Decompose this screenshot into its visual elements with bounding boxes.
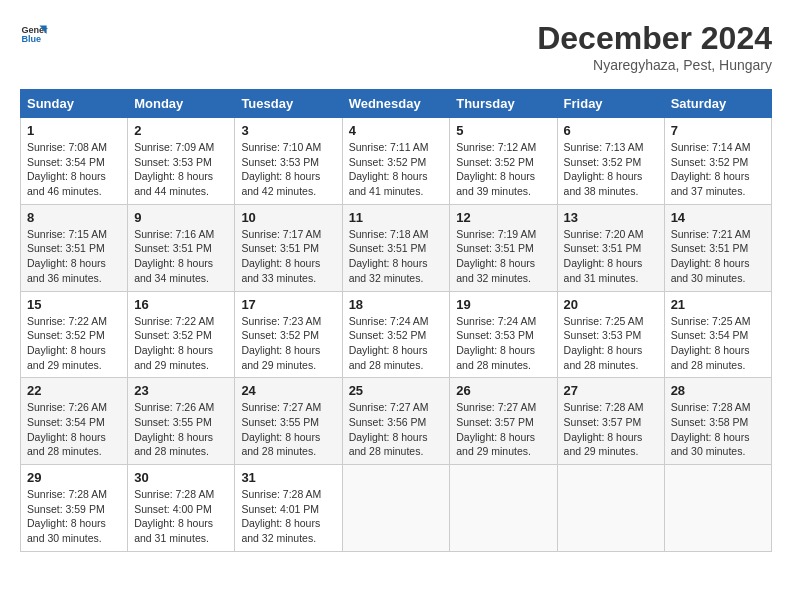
day-info: Sunrise: 7:26 AM Sunset: 3:54 PM Dayligh…	[27, 400, 121, 459]
weekday-friday: Friday	[557, 90, 664, 118]
day-info: Sunrise: 7:15 AM Sunset: 3:51 PM Dayligh…	[27, 227, 121, 286]
calendar-cell	[450, 465, 557, 552]
calendar-cell: 22Sunrise: 7:26 AM Sunset: 3:54 PM Dayli…	[21, 378, 128, 465]
calendar-week-2: 8Sunrise: 7:15 AM Sunset: 3:51 PM Daylig…	[21, 204, 772, 291]
day-number: 23	[134, 383, 228, 398]
calendar-week-3: 15Sunrise: 7:22 AM Sunset: 3:52 PM Dayli…	[21, 291, 772, 378]
calendar-week-5: 29Sunrise: 7:28 AM Sunset: 3:59 PM Dayli…	[21, 465, 772, 552]
day-info: Sunrise: 7:11 AM Sunset: 3:52 PM Dayligh…	[349, 140, 444, 199]
day-number: 28	[671, 383, 765, 398]
calendar-cell: 18Sunrise: 7:24 AM Sunset: 3:52 PM Dayli…	[342, 291, 450, 378]
day-number: 13	[564, 210, 658, 225]
weekday-header-row: SundayMondayTuesdayWednesdayThursdayFrid…	[21, 90, 772, 118]
day-info: Sunrise: 7:24 AM Sunset: 3:52 PM Dayligh…	[349, 314, 444, 373]
calendar-cell: 21Sunrise: 7:25 AM Sunset: 3:54 PM Dayli…	[664, 291, 771, 378]
calendar-cell	[342, 465, 450, 552]
day-info: Sunrise: 7:22 AM Sunset: 3:52 PM Dayligh…	[27, 314, 121, 373]
day-number: 25	[349, 383, 444, 398]
day-number: 17	[241, 297, 335, 312]
calendar-cell: 11Sunrise: 7:18 AM Sunset: 3:51 PM Dayli…	[342, 204, 450, 291]
calendar-cell: 10Sunrise: 7:17 AM Sunset: 3:51 PM Dayli…	[235, 204, 342, 291]
day-number: 18	[349, 297, 444, 312]
calendar-cell: 31Sunrise: 7:28 AM Sunset: 4:01 PM Dayli…	[235, 465, 342, 552]
day-number: 29	[27, 470, 121, 485]
logo: General Blue	[20, 20, 48, 48]
day-number: 7	[671, 123, 765, 138]
day-info: Sunrise: 7:22 AM Sunset: 3:52 PM Dayligh…	[134, 314, 228, 373]
month-title: December 2024	[537, 20, 772, 57]
weekday-thursday: Thursday	[450, 90, 557, 118]
day-number: 22	[27, 383, 121, 398]
day-number: 26	[456, 383, 550, 398]
page-header: General Blue December 2024 Nyaregyhaza, …	[20, 20, 772, 73]
calendar-cell: 2Sunrise: 7:09 AM Sunset: 3:53 PM Daylig…	[128, 118, 235, 205]
day-info: Sunrise: 7:28 AM Sunset: 3:59 PM Dayligh…	[27, 487, 121, 546]
day-info: Sunrise: 7:16 AM Sunset: 3:51 PM Dayligh…	[134, 227, 228, 286]
calendar-cell: 7Sunrise: 7:14 AM Sunset: 3:52 PM Daylig…	[664, 118, 771, 205]
calendar-cell: 5Sunrise: 7:12 AM Sunset: 3:52 PM Daylig…	[450, 118, 557, 205]
calendar-cell: 16Sunrise: 7:22 AM Sunset: 3:52 PM Dayli…	[128, 291, 235, 378]
calendar-cell	[664, 465, 771, 552]
day-number: 19	[456, 297, 550, 312]
day-number: 2	[134, 123, 228, 138]
day-info: Sunrise: 7:13 AM Sunset: 3:52 PM Dayligh…	[564, 140, 658, 199]
calendar-cell: 17Sunrise: 7:23 AM Sunset: 3:52 PM Dayli…	[235, 291, 342, 378]
calendar-cell: 6Sunrise: 7:13 AM Sunset: 3:52 PM Daylig…	[557, 118, 664, 205]
weekday-tuesday: Tuesday	[235, 90, 342, 118]
day-info: Sunrise: 7:12 AM Sunset: 3:52 PM Dayligh…	[456, 140, 550, 199]
day-number: 6	[564, 123, 658, 138]
day-info: Sunrise: 7:27 AM Sunset: 3:55 PM Dayligh…	[241, 400, 335, 459]
day-info: Sunrise: 7:27 AM Sunset: 3:57 PM Dayligh…	[456, 400, 550, 459]
day-info: Sunrise: 7:27 AM Sunset: 3:56 PM Dayligh…	[349, 400, 444, 459]
calendar-cell: 14Sunrise: 7:21 AM Sunset: 3:51 PM Dayli…	[664, 204, 771, 291]
calendar-cell: 29Sunrise: 7:28 AM Sunset: 3:59 PM Dayli…	[21, 465, 128, 552]
day-info: Sunrise: 7:28 AM Sunset: 4:01 PM Dayligh…	[241, 487, 335, 546]
day-info: Sunrise: 7:14 AM Sunset: 3:52 PM Dayligh…	[671, 140, 765, 199]
logo-icon: General Blue	[20, 20, 48, 48]
calendar-cell: 27Sunrise: 7:28 AM Sunset: 3:57 PM Dayli…	[557, 378, 664, 465]
calendar-cell: 12Sunrise: 7:19 AM Sunset: 3:51 PM Dayli…	[450, 204, 557, 291]
day-number: 8	[27, 210, 121, 225]
calendar-week-4: 22Sunrise: 7:26 AM Sunset: 3:54 PM Dayli…	[21, 378, 772, 465]
calendar-cell: 15Sunrise: 7:22 AM Sunset: 3:52 PM Dayli…	[21, 291, 128, 378]
day-info: Sunrise: 7:10 AM Sunset: 3:53 PM Dayligh…	[241, 140, 335, 199]
day-number: 3	[241, 123, 335, 138]
day-info: Sunrise: 7:20 AM Sunset: 3:51 PM Dayligh…	[564, 227, 658, 286]
calendar-cell: 1Sunrise: 7:08 AM Sunset: 3:54 PM Daylig…	[21, 118, 128, 205]
calendar-cell: 26Sunrise: 7:27 AM Sunset: 3:57 PM Dayli…	[450, 378, 557, 465]
calendar-cell: 20Sunrise: 7:25 AM Sunset: 3:53 PM Dayli…	[557, 291, 664, 378]
calendar-cell: 24Sunrise: 7:27 AM Sunset: 3:55 PM Dayli…	[235, 378, 342, 465]
day-info: Sunrise: 7:17 AM Sunset: 3:51 PM Dayligh…	[241, 227, 335, 286]
day-info: Sunrise: 7:25 AM Sunset: 3:53 PM Dayligh…	[564, 314, 658, 373]
weekday-saturday: Saturday	[664, 90, 771, 118]
day-number: 24	[241, 383, 335, 398]
calendar-cell: 13Sunrise: 7:20 AM Sunset: 3:51 PM Dayli…	[557, 204, 664, 291]
day-info: Sunrise: 7:26 AM Sunset: 3:55 PM Dayligh…	[134, 400, 228, 459]
day-info: Sunrise: 7:24 AM Sunset: 3:53 PM Dayligh…	[456, 314, 550, 373]
calendar-cell: 8Sunrise: 7:15 AM Sunset: 3:51 PM Daylig…	[21, 204, 128, 291]
day-number: 9	[134, 210, 228, 225]
day-number: 14	[671, 210, 765, 225]
day-number: 1	[27, 123, 121, 138]
day-info: Sunrise: 7:28 AM Sunset: 3:58 PM Dayligh…	[671, 400, 765, 459]
svg-text:Blue: Blue	[21, 34, 41, 44]
calendar-cell: 9Sunrise: 7:16 AM Sunset: 3:51 PM Daylig…	[128, 204, 235, 291]
day-number: 11	[349, 210, 444, 225]
day-number: 10	[241, 210, 335, 225]
calendar-cell: 28Sunrise: 7:28 AM Sunset: 3:58 PM Dayli…	[664, 378, 771, 465]
day-number: 5	[456, 123, 550, 138]
day-info: Sunrise: 7:25 AM Sunset: 3:54 PM Dayligh…	[671, 314, 765, 373]
day-info: Sunrise: 7:18 AM Sunset: 3:51 PM Dayligh…	[349, 227, 444, 286]
day-info: Sunrise: 7:09 AM Sunset: 3:53 PM Dayligh…	[134, 140, 228, 199]
day-number: 20	[564, 297, 658, 312]
calendar-cell: 19Sunrise: 7:24 AM Sunset: 3:53 PM Dayli…	[450, 291, 557, 378]
day-info: Sunrise: 7:23 AM Sunset: 3:52 PM Dayligh…	[241, 314, 335, 373]
day-number: 30	[134, 470, 228, 485]
calendar-cell: 4Sunrise: 7:11 AM Sunset: 3:52 PM Daylig…	[342, 118, 450, 205]
title-block: December 2024 Nyaregyhaza, Pest, Hungary	[537, 20, 772, 73]
calendar-table: SundayMondayTuesdayWednesdayThursdayFrid…	[20, 89, 772, 552]
calendar-week-1: 1Sunrise: 7:08 AM Sunset: 3:54 PM Daylig…	[21, 118, 772, 205]
calendar-cell: 30Sunrise: 7:28 AM Sunset: 4:00 PM Dayli…	[128, 465, 235, 552]
calendar-cell	[557, 465, 664, 552]
day-info: Sunrise: 7:21 AM Sunset: 3:51 PM Dayligh…	[671, 227, 765, 286]
